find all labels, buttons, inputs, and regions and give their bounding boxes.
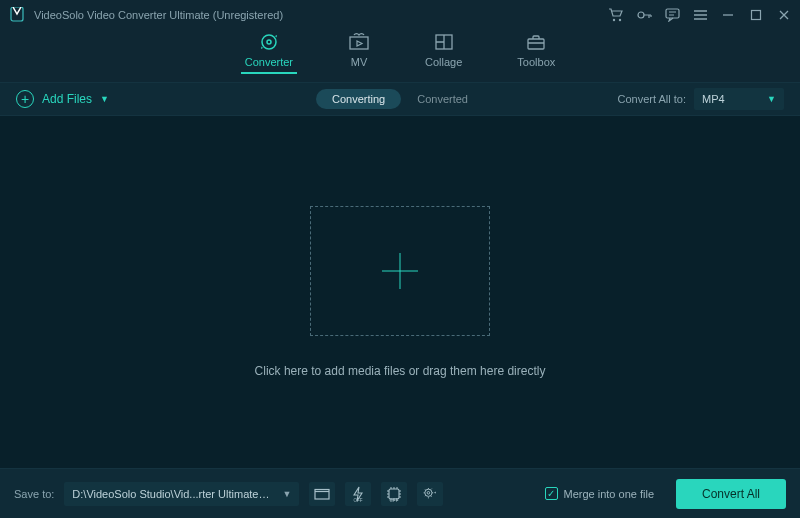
svg-text:OFF: OFF <box>390 498 399 502</box>
close-button[interactable] <box>776 7 792 23</box>
key-icon[interactable] <box>636 7 652 23</box>
svg-point-7 <box>267 40 271 44</box>
feedback-icon[interactable] <box>664 7 680 23</box>
tab-converted[interactable]: Converted <box>401 89 484 109</box>
settings-button[interactable] <box>417 482 443 506</box>
tab-label: Toolbox <box>517 56 555 68</box>
merge-checkbox[interactable]: ✓ Merge into one file <box>545 487 655 500</box>
svg-point-16 <box>427 491 430 494</box>
cart-icon[interactable] <box>608 7 624 23</box>
tab-label: MV <box>351 56 368 68</box>
svg-point-1 <box>613 19 615 21</box>
drop-zone[interactable] <box>310 206 490 336</box>
svg-point-15 <box>425 489 432 496</box>
svg-rect-5 <box>752 11 761 20</box>
add-files-button[interactable]: + Add Files ▼ <box>16 90 109 108</box>
tab-converter[interactable]: Converter <box>245 32 293 74</box>
plus-icon <box>380 251 420 291</box>
tab-converting[interactable]: Converting <box>316 89 401 109</box>
collage-icon <box>433 32 455 52</box>
svg-rect-8 <box>350 37 368 49</box>
save-path-select[interactable]: D:\VideoSolo Studio\Vid...rter Ultimate\… <box>64 482 299 506</box>
bottom-bar: Save to: D:\VideoSolo Studio\Vid...rter … <box>0 468 800 518</box>
convert-all-button[interactable]: Convert All <box>676 479 786 509</box>
svg-text:OFF: OFF <box>354 498 363 502</box>
save-path-value: D:\VideoSolo Studio\Vid...rter Ultimate\… <box>72 488 272 500</box>
gpu-accel-button[interactable]: OFF <box>381 482 407 506</box>
status-tabs: Converting Converted <box>316 89 484 109</box>
convert-all-to-label: Convert All to: <box>618 93 686 105</box>
main-tabs: Converter MV Collage Toolbox <box>0 30 800 82</box>
format-select[interactable]: MP4 ▼ <box>694 88 784 110</box>
app-title: VideoSolo Video Converter Ultimate (Unre… <box>34 9 283 21</box>
converter-icon <box>258 32 280 52</box>
menu-icon[interactable] <box>692 7 708 23</box>
chevron-down-icon: ▼ <box>767 94 776 104</box>
tab-label: Collage <box>425 56 462 68</box>
svg-rect-4 <box>666 9 679 18</box>
chevron-down-icon: ▼ <box>100 94 109 104</box>
mv-icon <box>348 32 370 52</box>
tab-toolbox[interactable]: Toolbox <box>517 32 555 74</box>
svg-point-3 <box>638 12 644 18</box>
app-logo-icon <box>8 5 26 25</box>
save-to-label: Save to: <box>14 488 54 500</box>
tab-collage[interactable]: Collage <box>425 32 462 74</box>
chevron-down-icon: ▼ <box>282 489 291 499</box>
svg-point-6 <box>262 35 276 49</box>
high-speed-button[interactable]: OFF <box>345 482 371 506</box>
tab-label: Converter <box>245 56 293 68</box>
merge-label: Merge into one file <box>564 488 655 500</box>
svg-point-2 <box>619 19 621 21</box>
open-folder-button[interactable] <box>309 482 335 506</box>
add-files-label: Add Files <box>42 92 92 106</box>
toolbox-icon <box>525 32 547 52</box>
minimize-button[interactable] <box>720 7 736 23</box>
checkbox-checked-icon: ✓ <box>545 487 558 500</box>
titlebar: VideoSolo Video Converter Ultimate (Unre… <box>0 0 800 30</box>
tab-mv[interactable]: MV <box>348 32 370 74</box>
convert-all-to: Convert All to: MP4 ▼ <box>618 88 784 110</box>
sub-toolbar: + Add Files ▼ Converting Converted Conve… <box>0 82 800 116</box>
maximize-button[interactable] <box>748 7 764 23</box>
titlebar-controls <box>608 7 792 23</box>
workspace: Click here to add media files or drag th… <box>0 116 800 468</box>
drop-zone-text: Click here to add media files or drag th… <box>255 364 546 378</box>
format-selected-value: MP4 <box>702 93 725 105</box>
svg-rect-10 <box>528 39 544 49</box>
plus-circle-icon: + <box>16 90 34 108</box>
